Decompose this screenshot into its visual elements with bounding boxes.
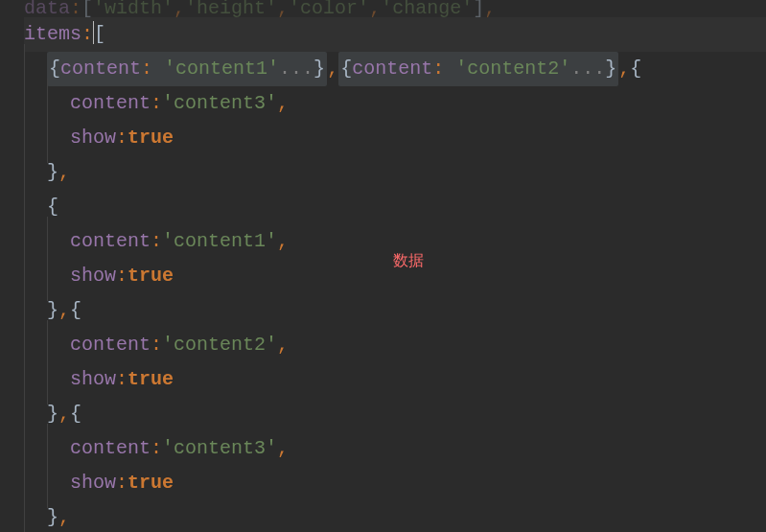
string-value: 'content3' (162, 86, 277, 121)
code-line: show:true (24, 466, 766, 500)
boolean-value: true (128, 466, 174, 500)
property-key: show (70, 121, 116, 155)
code-line: content:'content2', (24, 328, 766, 362)
property-key: show (70, 362, 116, 397)
property-key: show (70, 466, 116, 500)
property-key: show (70, 259, 116, 293)
code-line: show:true (24, 121, 766, 155)
property-key: items (24, 17, 81, 52)
string-value: 'content3' (162, 431, 277, 466)
code-line: }, (24, 155, 766, 190)
colon: : (81, 17, 93, 52)
code-line: data:['width','height','color','change']… (24, 0, 766, 17)
code-editor[interactable]: data:['width','height','color','change']… (0, 0, 766, 532)
string-value: 'content1' (162, 224, 277, 259)
property-key: content (70, 431, 151, 466)
code-line: {content: 'content1'...},{content: 'cont… (24, 52, 766, 86)
boolean-value: true (128, 362, 174, 397)
code-line: },{ (24, 293, 766, 328)
code-line: { (24, 190, 766, 224)
code-line: content:'content3', (24, 431, 766, 466)
boolean-value: true (128, 121, 174, 155)
code-line-cursor[interactable]: items:[ (24, 17, 766, 52)
property-key: content (70, 224, 151, 259)
annotation-label: 数据 (393, 247, 424, 275)
boolean-value: true (128, 259, 174, 293)
property-key: content (70, 328, 151, 362)
string-value: 'content2' (162, 328, 277, 362)
code-line: },{ (24, 397, 766, 431)
code-line: show:true (24, 362, 766, 397)
collapsed-region[interactable]: {content: 'content2'...} (338, 52, 618, 86)
collapsed-region[interactable]: {content: 'content1'...} (47, 52, 327, 86)
code-line: }, (24, 500, 766, 532)
code-line: content:'content3', (24, 86, 766, 121)
open-bracket: [ (94, 17, 105, 52)
property-key: content (70, 86, 151, 121)
text-cursor (93, 21, 94, 44)
